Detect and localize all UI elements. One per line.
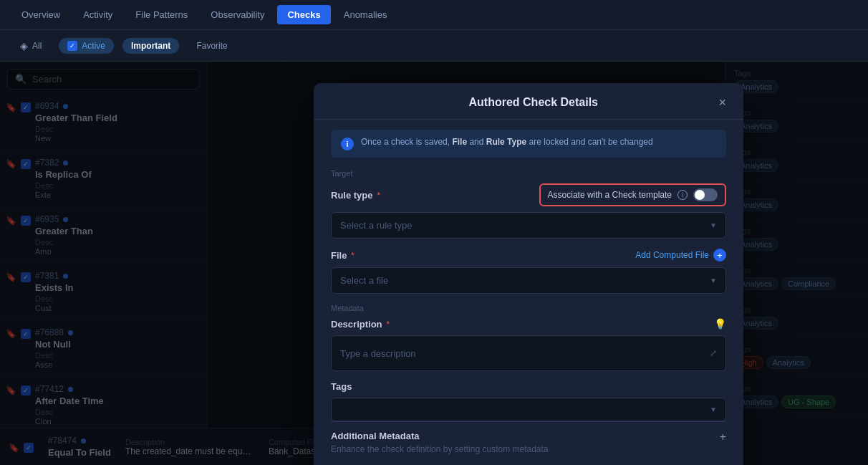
info-icon: i [341, 138, 354, 150]
nav-checks[interactable]: Checks [277, 5, 330, 24]
chevron-down-icon: ▼ [710, 221, 717, 229]
add-computed-label: Add Computed File [635, 250, 709, 260]
required-dot: * [377, 190, 380, 201]
filter-active[interactable]: ✓ Active [59, 38, 114, 54]
bulb-icon[interactable]: 💡 [714, 318, 726, 330]
nav-observability[interactable]: Observability [201, 5, 274, 24]
file-placeholder: Select a file [340, 275, 388, 286]
file-label-group: File * [331, 250, 355, 261]
tags-dropdown[interactable]: ▼ [331, 398, 726, 421]
filter-favorite-label: Favorite [196, 41, 227, 51]
filter-important[interactable]: Important [122, 38, 179, 54]
description-input-area[interactable]: Type a description ⤢ [331, 335, 726, 371]
additional-meta-title: Additional Metadata [331, 431, 549, 441]
add-circle-icon: + [713, 249, 726, 262]
rule-type-row: Rule type * Associate with a Check templ… [331, 183, 726, 206]
plus-icon[interactable]: + [720, 431, 726, 444]
modal-body: i Once a check is saved, File and Rule T… [314, 130, 743, 465]
modal-header: Authored Check Details × [314, 83, 743, 120]
info-circle-icon[interactable]: i [677, 190, 688, 200]
toggle-knob [695, 190, 705, 200]
filter-all[interactable]: ◈ All [11, 37, 50, 54]
additional-meta-text: Additional Metadata Enhance the check de… [331, 431, 549, 454]
info-text: Once a check is saved, File and Rule Typ… [361, 137, 653, 147]
modal-authored-check: Authored Check Details × i Once a check … [314, 83, 743, 465]
nav-overview[interactable]: Overview [11, 5, 70, 24]
description-header: Description * 💡 [331, 318, 726, 330]
info-banner: i Once a check is saved, File and Rule T… [331, 130, 726, 158]
add-computed-button[interactable]: Add Computed File + [635, 249, 726, 262]
filter-bar: ◈ All ✓ Active Important Favorite [0, 30, 868, 62]
filter-all-label: All [32, 41, 42, 51]
required-dot: * [386, 319, 390, 330]
filter-active-label: Active [82, 41, 105, 51]
filter-important-label: Important [131, 41, 170, 51]
nav-anomalies[interactable]: Anomalies [334, 5, 397, 24]
filter-favorite[interactable]: Favorite [188, 38, 236, 54]
modal-title: Authored Check Details [348, 96, 718, 109]
modal-close-button[interactable]: × [718, 96, 726, 109]
rule-type-placeholder: Select a rule type [340, 220, 412, 231]
chevron-down-icon: ▼ [710, 406, 717, 413]
tags-section-label: Tags [331, 381, 726, 392]
metadata-section-label: Metadata [331, 304, 726, 312]
description-placeholder: Type a description [340, 348, 416, 359]
expand-icon: ⤢ [710, 348, 717, 358]
required-dot: * [351, 250, 355, 261]
nav-activity[interactable]: Activity [73, 5, 122, 24]
rule-type-label: Rule type * [331, 190, 380, 201]
chevron-down-icon: ▼ [710, 277, 717, 284]
additional-meta-desc: Enhance the check definition by setting … [331, 444, 549, 454]
nav-file-patterns[interactable]: File Patterns [125, 5, 198, 24]
file-row: File * Add Computed File + [331, 249, 726, 262]
rule-type-dropdown[interactable]: Select a rule type ▼ [331, 212, 726, 239]
target-section-label: Target [331, 169, 726, 178]
diamond-icon: ◈ [20, 40, 28, 52]
associate-area: Associate with a Check template i [539, 183, 726, 206]
associate-label: Associate with a Check template [548, 190, 672, 200]
description-label-group: Description * [331, 319, 390, 330]
content-area: 🔍 🔖 ✓ #6934 Greater Than Field Desc New [0, 62, 868, 465]
file-dropdown[interactable]: Select a file ▼ [331, 267, 726, 294]
check-icon: ✓ [67, 41, 77, 51]
top-nav: Overview Activity File Patterns Observab… [0, 0, 868, 30]
additional-metadata-section: Additional Metadata Enhance the check de… [331, 421, 726, 463]
associate-toggle[interactable] [693, 188, 718, 201]
